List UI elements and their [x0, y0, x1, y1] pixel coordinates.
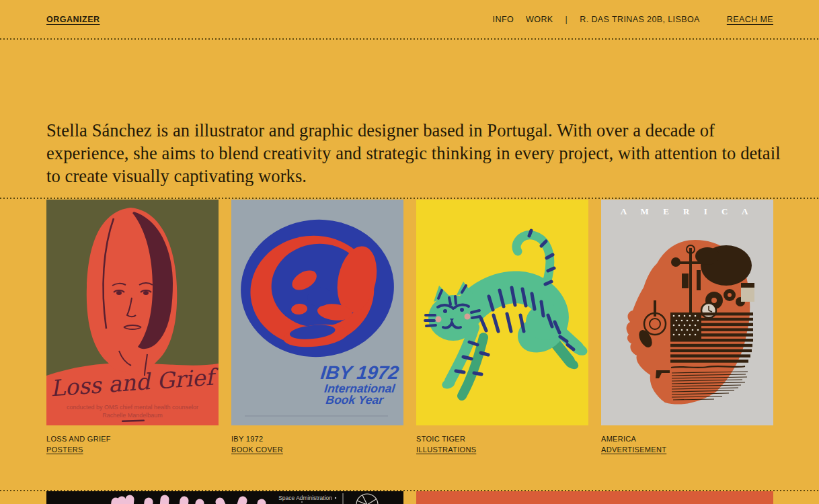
space-poster-caption: Space Administration	[278, 495, 332, 501]
poster2-line1: IBY 1972	[319, 362, 400, 383]
project-card-iby-1972: IBY 1972 International Book Year IBY 197…	[231, 200, 403, 455]
iby-1972-poster-art: IBY 1972 International Book Year	[231, 200, 403, 425]
stoic-tiger-poster-image[interactable]	[416, 200, 588, 425]
nav-work-link[interactable]: WORK	[526, 15, 553, 24]
project-title: AMERICA	[601, 433, 773, 444]
poster1-subtext-1: conducted by OMS chief mental health cou…	[67, 404, 198, 411]
project-category-link[interactable]: ADVERTISEMENT	[601, 444, 773, 455]
nav-divider: |	[566, 15, 568, 24]
portfolio-page: ORGANIZER INFO WORK | R. DAS TRINAS 20B,…	[0, 0, 819, 504]
card-caption: AMERICA ADVERTISEMENT	[601, 433, 773, 455]
next-row-right-poster-image[interactable]	[416, 491, 773, 504]
poster4-heading-text: A M E R I C A	[621, 206, 754, 216]
project-category-link[interactable]: ILLUSTRATIONS	[416, 444, 588, 455]
america-poster-image[interactable]: A M E R I C A	[601, 200, 773, 425]
project-card-america: A M E R I C A	[601, 200, 773, 455]
nav-info-link[interactable]: INFO	[493, 15, 514, 24]
header-divider-line	[0, 38, 819, 40]
project-card-loss-and-grief: Loss and Grief conducted by OMS chief me…	[46, 200, 219, 455]
next-row-left-poster-image[interactable]: Space Administration	[46, 491, 403, 504]
studio-address: R. DAS TRINAS 20B, LISBOA	[580, 15, 700, 24]
reach-me-link[interactable]: REACH ME	[727, 15, 773, 24]
stoic-tiger-poster-art	[416, 200, 588, 425]
card-caption: IBY 1972 BOOK COVER	[231, 433, 403, 455]
poster1-subtext-2: Rachelle Mandelbaum	[102, 412, 163, 419]
america-poster-art: A M E R I C A	[601, 200, 773, 425]
project-category-link[interactable]: POSTERS	[46, 444, 219, 455]
project-title: STOIC TIGER	[416, 433, 588, 444]
space-poster-art: Space Administration	[46, 491, 403, 504]
poster2-line3: Book Year	[325, 393, 385, 407]
card-caption: LOSS AND GRIEF POSTERS	[46, 433, 219, 455]
card-caption: STOIC TIGER ILLUSTRATIONS	[416, 433, 588, 455]
project-card-stoic-tiger: STOIC TIGER ILLUSTRATIONS	[416, 200, 588, 455]
loss-and-grief-poster-art: Loss and Grief conducted by OMS chief me…	[46, 200, 219, 425]
iby-1972-poster-image[interactable]: IBY 1972 International Book Year	[231, 200, 403, 425]
brand-link[interactable]: ORGANIZER	[46, 15, 100, 24]
header-nav: INFO WORK | R. DAS TRINAS 20B, LISBOA RE…	[493, 15, 773, 24]
loss-and-grief-poster-image[interactable]: Loss and Grief conducted by OMS chief me…	[46, 200, 219, 425]
project-category-link[interactable]: BOOK COVER	[231, 444, 403, 455]
intro-paragraph: Stella Sánchez is an illustrator and gra…	[46, 119, 783, 187]
grid-top-divider-line	[0, 198, 819, 199]
project-title: IBY 1972	[231, 433, 403, 444]
project-title: LOSS AND GRIEF	[46, 433, 219, 444]
header: ORGANIZER INFO WORK | R. DAS TRINAS 20B,…	[0, 0, 819, 38]
